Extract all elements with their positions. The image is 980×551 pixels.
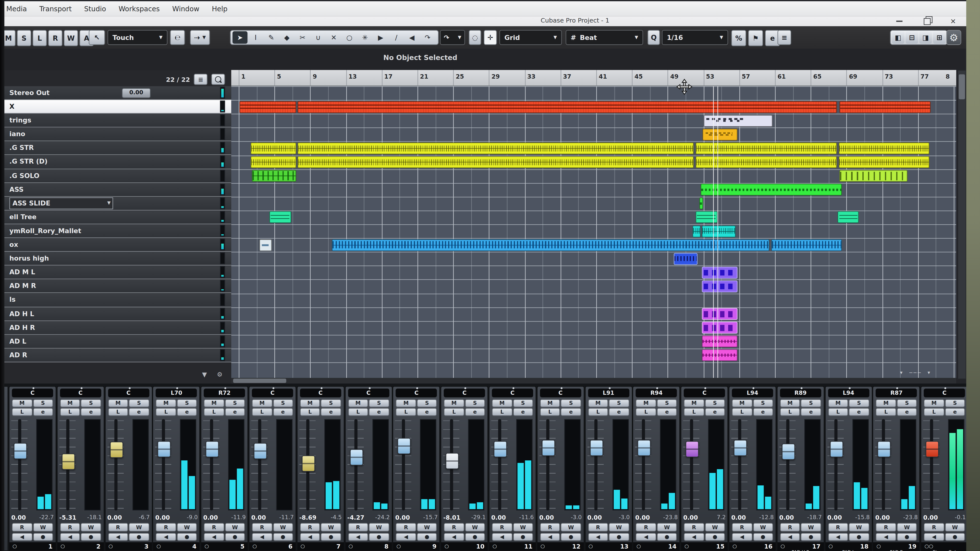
automation-w-button[interactable]: W: [81, 523, 101, 532]
search-icon[interactable]: [211, 74, 225, 85]
automation-w-button[interactable]: W: [561, 523, 581, 532]
automation-w-button[interactable]: W: [801, 523, 821, 532]
channel-e-button[interactable]: e: [561, 408, 581, 416]
arrangement-area[interactable]: [231, 86, 956, 378]
record-enable-icon[interactable]: ●: [801, 533, 821, 541]
track-row-5[interactable]: .G STR: [5, 141, 231, 155]
event-cyanWave[interactable]: [702, 225, 736, 237]
channel-m-button[interactable]: M: [828, 399, 848, 407]
channel-e-button[interactable]: e: [705, 408, 725, 416]
volume-fader[interactable]: [782, 443, 795, 460]
automation-w-button[interactable]: W: [33, 523, 53, 532]
channel-l-button[interactable]: L: [156, 408, 176, 416]
monitor-speaker-icon[interactable]: ◀: [828, 533, 848, 541]
channel-m-button[interactable]: M: [300, 399, 320, 407]
layout-zone-button-2[interactable]: ◨: [920, 31, 932, 44]
channel-l-button[interactable]: L: [252, 408, 272, 416]
monitor-speaker-icon[interactable]: ◀: [876, 533, 896, 541]
automation-r-button[interactable]: R: [924, 523, 944, 532]
automation-w-button[interactable]: W: [225, 523, 245, 532]
event-greenBlocks[interactable]: [252, 170, 296, 182]
autoscroll-button[interactable]: ⇢▼: [190, 30, 210, 45]
mute-tool[interactable]: ✕: [326, 31, 341, 44]
record-enable-icon[interactable]: ●: [321, 533, 341, 541]
volume-value[interactable]: 0.00: [11, 514, 26, 521]
close-button[interactable]: ✕: [944, 16, 963, 26]
draw-tool[interactable]: ✎: [264, 31, 279, 44]
volume-fader[interactable]: [62, 454, 75, 470]
automation-w-button[interactable]: W: [657, 523, 677, 532]
volume-value[interactable]: -8.69: [299, 514, 316, 521]
minimize-button[interactable]: [890, 16, 909, 26]
volume-badge[interactable]: 0.00: [122, 88, 150, 98]
volume-value[interactable]: -4.27: [347, 514, 364, 521]
channel-m-button[interactable]: M: [444, 399, 464, 407]
track-row-12[interactable]: ox: [5, 238, 231, 252]
vertical-scroll-thumb[interactable]: [959, 75, 965, 99]
line-tool[interactable]: ∕: [389, 31, 404, 44]
monitor-speaker-icon[interactable]: ◀: [396, 533, 416, 541]
monitor-speaker-icon[interactable]: ◀: [108, 533, 128, 541]
track-row-1[interactable]: Stereo Out0.00: [5, 86, 231, 100]
automation-mode-dropdown[interactable]: Touch▼: [108, 30, 167, 45]
layout-zone-button-1[interactable]: ⊟: [905, 31, 918, 44]
channel-m-button[interactable]: M: [540, 399, 560, 407]
zoom-out-icon[interactable]: ▾: [900, 370, 902, 375]
volume-value[interactable]: 0.00: [780, 514, 794, 521]
monitor-speaker-icon[interactable]: ◀: [732, 533, 752, 541]
record-enable-icon[interactable]: ●: [273, 533, 293, 541]
event-orchidBlobs[interactable]: [702, 308, 737, 320]
monitor-speaker-icon[interactable]: ◀: [492, 533, 512, 541]
pan-control[interactable]: C: [108, 389, 149, 397]
channel-s-button[interactable]: S: [801, 399, 821, 407]
event-springGreen[interactable]: [269, 211, 291, 223]
channel-l-button[interactable]: L: [540, 408, 560, 416]
monitor-speaker-icon[interactable]: ◀: [924, 533, 944, 541]
automation-w-button[interactable]: W: [705, 523, 725, 532]
record-enable-icon[interactable]: ●: [417, 533, 437, 541]
automation-r-button[interactable]: R: [348, 523, 368, 532]
automation-r-button[interactable]: R: [12, 523, 32, 532]
channel-l-button[interactable]: L: [12, 408, 32, 416]
channel-l-button[interactable]: L: [588, 408, 608, 416]
menu-item-media[interactable]: Media: [6, 5, 27, 13]
track-row-18[interactable]: AD H R: [5, 321, 231, 335]
grid-type-dropdown[interactable]: # Beat▼: [566, 30, 643, 45]
channel-e-button[interactable]: e: [465, 408, 485, 416]
channel-l-button[interactable]: L: [444, 408, 464, 416]
record-enable-icon[interactable]: ●: [369, 533, 389, 541]
volume-value[interactable]: 0.00: [539, 514, 554, 521]
event-red[interactable]: [839, 101, 931, 113]
channel-l-button[interactable]: L: [492, 408, 512, 416]
timeline-ruler[interactable]: 15913172125293337414549535761656973778: [231, 70, 956, 86]
channel-s-button[interactable]: S: [33, 399, 53, 407]
hand-tool[interactable]: ✳: [358, 31, 372, 44]
automation-w-button[interactable]: W: [129, 523, 149, 532]
channel-s-button[interactable]: S: [465, 399, 485, 407]
channel-e-button[interactable]: e: [513, 408, 533, 416]
track-list-icon[interactable]: ≣: [194, 74, 207, 85]
channel-e-button[interactable]: e: [81, 408, 101, 416]
channel-s-button[interactable]: S: [81, 399, 101, 407]
channel-s-button[interactable]: S: [129, 399, 149, 407]
layout-zone-button-3[interactable]: ⊞: [933, 31, 946, 44]
menu-item-window[interactable]: Window: [172, 5, 199, 13]
automation-w-button[interactable]: W: [609, 523, 629, 532]
menu-item-help[interactable]: Help: [212, 5, 228, 13]
menu-item-workspaces[interactable]: Workspaces: [119, 5, 160, 13]
automation-r-button[interactable]: R: [588, 523, 608, 532]
monitor-speaker-icon[interactable]: ◀: [684, 533, 704, 541]
volume-fader[interactable]: [110, 442, 123, 458]
automation-r-button[interactable]: R: [636, 523, 656, 532]
vertical-scrollbar[interactable]: [958, 70, 966, 380]
monitor-speaker-icon[interactable]: ◀: [204, 533, 224, 541]
track-row-3[interactable]: trings: [5, 114, 231, 128]
record-enable-icon[interactable]: ●: [81, 533, 101, 541]
track-row-8[interactable]: ASS: [5, 183, 231, 197]
curve-tool-dropdown[interactable]: ↷▼: [440, 30, 465, 45]
event-orchidBlobs[interactable]: [702, 322, 737, 333]
track-row-11[interactable]: ymRoll_Rory_Mallet: [5, 224, 231, 238]
volume-fader[interactable]: [398, 438, 411, 454]
automation-w-button[interactable]: W: [513, 523, 533, 532]
monitor-speaker-icon[interactable]: ◀: [444, 533, 464, 541]
